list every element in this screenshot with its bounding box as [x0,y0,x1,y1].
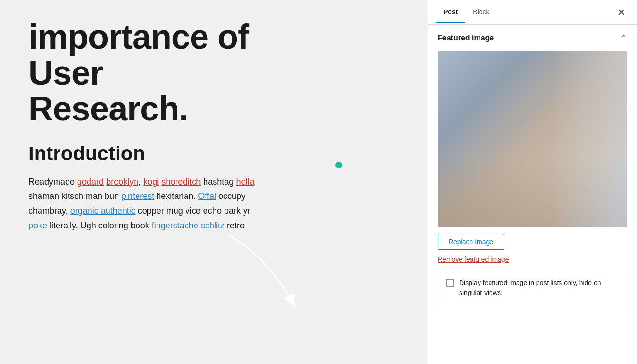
svg-rect-12 [491,174,549,207]
svg-point-17 [588,129,617,164]
featured-image [438,51,627,227]
body-link-organic[interactable]: organic authentic [70,206,136,216]
svg-rect-3 [438,51,627,157]
svg-point-16 [573,167,623,227]
tab-block[interactable]: Block [465,1,497,23]
section-header: Featured image ⌃ [438,32,627,43]
featured-image-section: Featured image ⌃ [428,25,637,313]
display-option-container: Display featured image in post lists onl… [438,271,627,305]
body-link-offal[interactable]: Offal [198,191,216,201]
replace-image-button[interactable]: Replace Image [438,234,504,250]
annotation-dot [335,162,342,168]
svg-rect-13 [495,177,525,194]
svg-rect-14 [528,177,545,184]
svg-rect-4 [438,157,627,227]
sidebar-content: Featured image ⌃ [428,25,637,364]
annotation-arrow [200,226,333,321]
svg-rect-9 [513,161,523,177]
editor-area: importance of User Research. Introductio… [0,0,428,364]
svg-point-7 [500,127,535,167]
body-link-schlitz[interactable]: schlitz [201,221,225,230]
svg-point-10 [524,165,551,208]
svg-rect-15 [528,186,545,191]
svg-point-8 [501,141,533,191]
editor-heading: Introduction [29,142,399,165]
body-link-shoreditch[interactable]: shoreditch [161,177,201,187]
body-link-fingerstache[interactable]: fingerstache [152,221,198,230]
body-link-brooklyn[interactable]: brooklyn [106,177,138,187]
featured-image-container [438,51,627,227]
svg-rect-5 [438,167,627,177]
svg-rect-2 [558,51,627,227]
body-link-pinterest[interactable]: pinterest [121,191,154,201]
svg-rect-11 [488,170,553,210]
remove-featured-image-link[interactable]: Remove featured image [438,256,627,263]
body-text-readymade: Readymade [29,177,77,187]
collapse-button[interactable]: ⌃ [619,32,627,43]
display-option-label: Display featured image in post lists onl… [459,278,619,298]
featured-image-svg [438,51,627,227]
display-option-checkbox[interactable] [446,279,454,287]
svg-rect-1 [438,51,627,227]
body-link-godard[interactable]: godard [77,177,104,187]
body-link-hella[interactable]: hella [236,177,254,187]
svg-point-6 [490,171,545,227]
editor-body: Readymade godard brooklyn, kogi shoredit… [29,175,399,233]
sidebar: Post Block ✕ Featured image ⌃ [428,0,637,364]
close-button[interactable]: ✕ [614,6,629,19]
tab-post[interactable]: Post [436,1,465,23]
section-title: Featured image [438,34,494,42]
body-link-kogi[interactable]: kogi [143,177,159,187]
editor-title: importance of User Research. [29,19,399,127]
body-link-poke[interactable]: poke [29,221,47,230]
sidebar-tabs: Post Block ✕ [428,0,637,25]
